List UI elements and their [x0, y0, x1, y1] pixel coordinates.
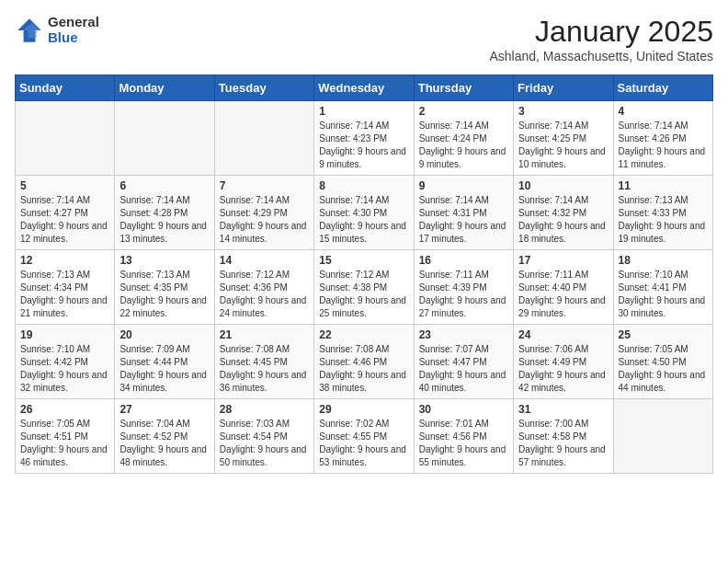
day-number: 13 [119, 254, 209, 267]
calendar-cell: 12Sunrise: 7:13 AM Sunset: 4:34 PM Dayli… [16, 250, 115, 325]
day-number: 30 [419, 403, 508, 416]
day-number: 26 [20, 403, 109, 416]
day-number: 21 [220, 328, 309, 341]
logo-icon [15, 16, 44, 45]
day-number: 3 [518, 105, 608, 118]
day-info: Sunrise: 7:02 AM Sunset: 4:55 PM Dayligh… [319, 418, 408, 469]
day-info: Sunrise: 7:03 AM Sunset: 4:54 PM Dayligh… [220, 418, 309, 469]
day-number: 28 [220, 403, 309, 416]
col-friday: Friday [514, 75, 613, 101]
day-info: Sunrise: 7:07 AM Sunset: 4:47 PM Dayligh… [419, 343, 508, 395]
calendar-body: 1Sunrise: 7:14 AM Sunset: 4:23 PM Daylig… [16, 101, 713, 474]
calendar-cell [115, 101, 214, 176]
day-info: Sunrise: 7:06 AM Sunset: 4:49 PM Dayligh… [518, 343, 608, 395]
day-info: Sunrise: 7:01 AM Sunset: 4:56 PM Dayligh… [419, 418, 508, 469]
day-number: 23 [419, 328, 508, 341]
calendar-cell: 13Sunrise: 7:13 AM Sunset: 4:35 PM Dayli… [115, 250, 214, 325]
calendar-cell: 29Sunrise: 7:02 AM Sunset: 4:55 PM Dayli… [314, 399, 414, 474]
calendar-cell: 7Sunrise: 7:14 AM Sunset: 4:29 PM Daylig… [214, 176, 313, 250]
logo-text: General Blue [48, 15, 99, 45]
day-info: Sunrise: 7:00 AM Sunset: 4:58 PM Dayligh… [518, 418, 608, 469]
day-number: 2 [419, 105, 508, 118]
day-info: Sunrise: 7:14 AM Sunset: 4:29 PM Dayligh… [220, 194, 309, 246]
calendar-cell: 26Sunrise: 7:05 AM Sunset: 4:51 PM Dayli… [16, 399, 115, 474]
calendar-title: January 2025 [489, 15, 713, 49]
calendar-cell: 4Sunrise: 7:14 AM Sunset: 4:26 PM Daylig… [613, 101, 712, 176]
calendar-cell: 3Sunrise: 7:14 AM Sunset: 4:25 PM Daylig… [514, 101, 613, 176]
calendar-cell: 25Sunrise: 7:05 AM Sunset: 4:50 PM Dayli… [613, 325, 712, 399]
day-info: Sunrise: 7:11 AM Sunset: 4:39 PM Dayligh… [419, 269, 508, 320]
day-number: 17 [518, 254, 608, 267]
logo-general: General [48, 15, 99, 30]
calendar-cell [613, 399, 712, 474]
calendar-table: Sunday Monday Tuesday Wednesday Thursday… [15, 75, 713, 474]
calendar-header: Sunday Monday Tuesday Wednesday Thursday… [16, 75, 713, 101]
day-number: 29 [319, 403, 408, 416]
calendar-week-4: 26Sunrise: 7:05 AM Sunset: 4:51 PM Dayli… [16, 399, 713, 474]
day-info: Sunrise: 7:09 AM Sunset: 4:44 PM Dayligh… [119, 343, 209, 395]
col-saturday: Saturday [613, 75, 712, 101]
calendar-cell: 14Sunrise: 7:12 AM Sunset: 4:36 PM Dayli… [214, 250, 313, 325]
calendar-cell: 9Sunrise: 7:14 AM Sunset: 4:31 PM Daylig… [414, 176, 513, 250]
calendar-cell: 23Sunrise: 7:07 AM Sunset: 4:47 PM Dayli… [414, 325, 513, 399]
day-info: Sunrise: 7:13 AM Sunset: 4:35 PM Dayligh… [119, 269, 209, 320]
day-info: Sunrise: 7:14 AM Sunset: 4:31 PM Dayligh… [419, 194, 508, 246]
calendar-cell: 31Sunrise: 7:00 AM Sunset: 4:58 PM Dayli… [514, 399, 613, 474]
calendar-cell: 11Sunrise: 7:13 AM Sunset: 4:33 PM Dayli… [613, 176, 712, 250]
calendar-cell: 17Sunrise: 7:11 AM Sunset: 4:40 PM Dayli… [514, 250, 613, 325]
calendar-cell: 24Sunrise: 7:06 AM Sunset: 4:49 PM Dayli… [514, 325, 613, 399]
day-number: 14 [220, 254, 309, 267]
day-number: 11 [619, 179, 708, 192]
logo-blue: Blue [48, 30, 99, 46]
day-number: 4 [619, 105, 708, 118]
col-tuesday: Tuesday [214, 75, 313, 101]
day-number: 22 [319, 328, 408, 341]
day-number: 10 [518, 179, 608, 192]
day-info: Sunrise: 7:11 AM Sunset: 4:40 PM Dayligh… [518, 269, 608, 320]
col-thursday: Thursday [414, 75, 513, 101]
day-info: Sunrise: 7:14 AM Sunset: 4:30 PM Dayligh… [319, 194, 408, 246]
day-info: Sunrise: 7:14 AM Sunset: 4:25 PM Dayligh… [518, 120, 608, 171]
col-monday: Monday [115, 75, 214, 101]
day-info: Sunrise: 7:13 AM Sunset: 4:34 PM Dayligh… [20, 269, 109, 320]
logo: General Blue [15, 15, 99, 45]
day-number: 31 [518, 403, 608, 416]
day-number: 27 [119, 403, 209, 416]
col-wednesday: Wednesday [314, 75, 414, 101]
calendar-week-1: 5Sunrise: 7:14 AM Sunset: 4:27 PM Daylig… [16, 176, 713, 250]
title-block: January 2025 Ashland, Massachusetts, Uni… [489, 15, 713, 63]
calendar-cell: 15Sunrise: 7:12 AM Sunset: 4:38 PM Dayli… [314, 250, 414, 325]
page-header: General Blue January 2025 Ashland, Massa… [15, 15, 713, 63]
calendar-cell: 1Sunrise: 7:14 AM Sunset: 4:23 PM Daylig… [314, 101, 414, 176]
day-info: Sunrise: 7:05 AM Sunset: 4:50 PM Dayligh… [619, 343, 708, 395]
day-number: 15 [319, 254, 408, 267]
day-info: Sunrise: 7:14 AM Sunset: 4:32 PM Dayligh… [518, 194, 608, 246]
day-number: 24 [518, 328, 608, 341]
day-info: Sunrise: 7:10 AM Sunset: 4:42 PM Dayligh… [20, 343, 109, 395]
calendar-cell: 19Sunrise: 7:10 AM Sunset: 4:42 PM Dayli… [16, 325, 115, 399]
day-info: Sunrise: 7:10 AM Sunset: 4:41 PM Dayligh… [619, 269, 708, 320]
calendar-cell: 21Sunrise: 7:08 AM Sunset: 4:45 PM Dayli… [214, 325, 313, 399]
calendar-cell: 28Sunrise: 7:03 AM Sunset: 4:54 PM Dayli… [214, 399, 313, 474]
day-info: Sunrise: 7:05 AM Sunset: 4:51 PM Dayligh… [20, 418, 109, 469]
day-info: Sunrise: 7:14 AM Sunset: 4:23 PM Dayligh… [319, 120, 408, 171]
calendar-week-3: 19Sunrise: 7:10 AM Sunset: 4:42 PM Dayli… [16, 325, 713, 399]
calendar-week-2: 12Sunrise: 7:13 AM Sunset: 4:34 PM Dayli… [16, 250, 713, 325]
day-info: Sunrise: 7:08 AM Sunset: 4:45 PM Dayligh… [220, 343, 309, 395]
day-info: Sunrise: 7:12 AM Sunset: 4:36 PM Dayligh… [220, 269, 309, 320]
day-info: Sunrise: 7:14 AM Sunset: 4:24 PM Dayligh… [419, 120, 508, 171]
day-info: Sunrise: 7:14 AM Sunset: 4:28 PM Dayligh… [119, 194, 209, 246]
day-info: Sunrise: 7:12 AM Sunset: 4:38 PM Dayligh… [319, 269, 408, 320]
calendar-cell: 22Sunrise: 7:08 AM Sunset: 4:46 PM Dayli… [314, 325, 414, 399]
calendar-cell: 10Sunrise: 7:14 AM Sunset: 4:32 PM Dayli… [514, 176, 613, 250]
day-info: Sunrise: 7:14 AM Sunset: 4:27 PM Dayligh… [20, 194, 109, 246]
day-number: 25 [619, 328, 708, 341]
day-number: 9 [419, 179, 508, 192]
calendar-cell [214, 101, 313, 176]
day-info: Sunrise: 7:08 AM Sunset: 4:46 PM Dayligh… [319, 343, 408, 395]
calendar-cell: 6Sunrise: 7:14 AM Sunset: 4:28 PM Daylig… [115, 176, 214, 250]
header-row: Sunday Monday Tuesday Wednesday Thursday… [16, 75, 713, 101]
day-info: Sunrise: 7:14 AM Sunset: 4:26 PM Dayligh… [619, 120, 708, 171]
day-number: 12 [20, 254, 109, 267]
day-info: Sunrise: 7:04 AM Sunset: 4:52 PM Dayligh… [119, 418, 209, 469]
